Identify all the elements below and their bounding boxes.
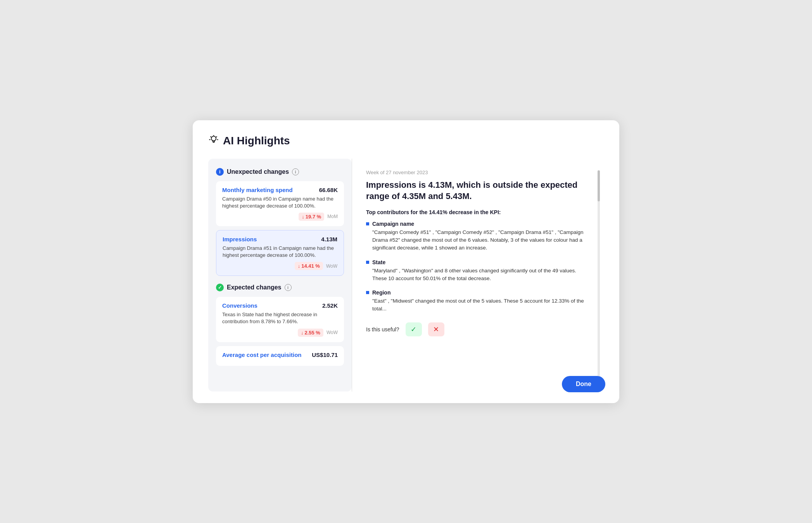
right-panel: Week of 27 november 2023 Impressions is … [352,159,604,391]
contributor-label-state: State [366,259,591,265]
card-name-avgcost[interactable]: Average cost per acquisition [222,352,302,358]
contributor-label-region: Region [366,289,591,296]
card-conversions[interactable]: Conversions 2.52K Texas in State had the… [216,297,344,342]
card-monthly-marketing[interactable]: Monthly marketing spend 66.68K Campaign … [216,181,344,226]
contributor-label-campaign: Campaign name [366,221,591,227]
contributor-campaign-name: Campaign name "Campaign Comedy #51" , "C… [366,221,591,252]
ai-highlights-modal: AI Highlights i Unexpected changes i Mon… [193,120,619,403]
unexpected-icon: i [216,168,224,176]
svg-point-0 [211,136,216,141]
contributor-text-campaign: "Campaign Comedy #51" , "Campaign Comedy… [366,229,591,252]
card-name-marketing[interactable]: Monthly marketing spend [222,187,293,193]
card-desc-conversions: Texas in State had the highest decrease … [222,311,338,325]
contributor-text-state: "Maryland" , "Washington" and 8 other va… [366,267,591,283]
unexpected-section-title: i Unexpected changes i [216,168,344,176]
card-name-conversions[interactable]: Conversions [222,302,257,309]
card-avg-cost[interactable]: Average cost per acquisition US$10.71 [216,346,344,366]
card-value-impressions: 4.13M [321,236,337,242]
useful-label: Is this useful? [366,326,399,333]
card-desc-impressions: Campaign Drama #51 in Campaign name had … [223,245,337,259]
card-bottom-conversions: 2.55 % WoW [222,329,338,337]
contributor-state: State "Maryland" , "Washington" and 8 ot… [366,259,591,283]
modal-header: AI Highlights [208,134,604,148]
unexpected-info-circle[interactable]: i [292,168,299,175]
card-desc-marketing: Campaign Drama #50 in Campaign name had … [222,196,338,210]
detail-headline: Impressions is 4.13M, which is outside t… [366,179,591,202]
period-conversions: WoW [327,330,338,335]
badge-conversions: 2.55 % [298,329,323,337]
card-value-avgcost: US$10.71 [312,352,338,358]
expected-icon: ✓ [216,284,224,291]
card-impressions[interactable]: Impressions 4.13M Campaign Drama #51 in … [216,230,344,276]
ai-icon [208,134,219,148]
card-bottom-impressions: 14.41 % WoW [223,262,337,270]
expected-section-title: ✓ Expected changes i [216,284,344,291]
badge-marketing: 19.7 % [299,213,324,221]
contributors-title: Top contributors for the 14.41% decrease… [366,209,591,215]
card-name-impressions[interactable]: Impressions [223,236,257,242]
page-title: AI Highlights [223,135,290,147]
contributor-text-region: "East" , "Midwest" changed the most out … [366,297,591,313]
card-top-avgcost: Average cost per acquisition US$10.71 [222,352,338,358]
card-top-conversions: Conversions 2.52K [222,302,338,309]
card-value-marketing: 66.68K [319,187,338,193]
contributor-region: Region "East" , "Midwest" changed the mo… [366,289,591,313]
useful-row: Is this useful? ✓ ✕ [366,322,591,336]
week-label: Week of 27 november 2023 [366,170,591,175]
expected-info-circle[interactable]: i [285,284,292,291]
scrollbar-track[interactable] [598,170,600,380]
period-impressions: WoW [326,263,337,269]
badge-impressions: 14.41 % [295,262,323,270]
card-top: Monthly marketing spend 66.68K [222,187,338,193]
useful-yes-button[interactable]: ✓ [406,322,422,336]
period-marketing: MoM [327,214,338,219]
card-bottom-marketing: 19.7 % MoM [222,213,338,221]
card-top-impressions: Impressions 4.13M [223,236,337,242]
modal-body: i Unexpected changes i Monthly marketing… [208,159,604,391]
card-value-conversions: 2.52K [322,302,338,309]
useful-no-button[interactable]: ✕ [428,322,444,336]
done-button[interactable]: Done [562,376,605,392]
left-panel: i Unexpected changes i Monthly marketing… [208,159,352,391]
scrollbar-thumb [598,170,600,201]
